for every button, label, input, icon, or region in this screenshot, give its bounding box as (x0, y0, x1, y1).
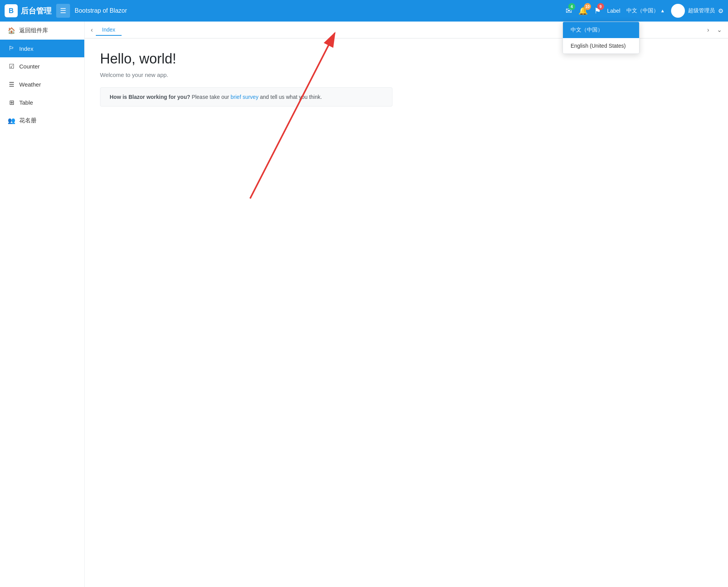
survey-text: Please take our (192, 94, 230, 100)
sidebar-item-weather[interactable]: ☰ Weather (0, 75, 84, 93)
language-selector[interactable]: 中文（中国） ▲ (626, 7, 665, 14)
table-icon: ⊞ (8, 99, 15, 106)
sidebar-label-roster: 花名册 (19, 117, 37, 124)
sidebar-label-home: 返回组件库 (19, 27, 48, 34)
layout: 🏠 返回组件库 🏳 Index ☑ Counter ☰ Weather ⊞ Ta… (0, 22, 728, 587)
brand: B 后台管理 (5, 4, 52, 17)
sidebar-label-weather: Weather (19, 81, 41, 88)
navbar-icons: ✉ 4 🔔 10 ⚑ 9 Label 中文（中国） ▲ 🏵 超级管理员 ⚙ (566, 4, 723, 18)
sidebar-item-table[interactable]: ⊞ Table (0, 93, 84, 112)
app-title: Bootstrap of Blazor (75, 7, 127, 14)
flag-icon-button[interactable]: ⚑ 9 (594, 6, 601, 15)
avatar: 🏵 (671, 4, 685, 18)
sidebar-label-index: Index (19, 45, 33, 52)
survey-link[interactable]: brief survey (230, 94, 258, 100)
flag-nav-icon: 🏳 (8, 45, 15, 52)
layers-icon: ☰ (8, 81, 15, 88)
content-body: Hello, world! Welcome to your new app. H… (85, 38, 728, 587)
brand-title: 后台管理 (21, 6, 52, 16)
sidebar-label-table: Table (19, 99, 33, 106)
survey-end: and tell us what you think. (260, 94, 322, 100)
language-label: 中文（中国） (626, 7, 659, 14)
sidebar-item-home[interactable]: 🏠 返回组件库 (0, 22, 84, 40)
people-icon: 👥 (8, 117, 15, 124)
bell-badge: 10 (584, 3, 591, 10)
settings-icon[interactable]: ⚙ (718, 7, 723, 15)
survey-bold: How is Blazor working for you? (110, 94, 190, 100)
tab-forward-button[interactable]: › (704, 25, 712, 35)
avatar-image: 🏵 (674, 7, 682, 15)
main-content: ‹ Index › ⌄ Hello, world! Welcome to you… (85, 22, 728, 587)
hamburger-icon: ☰ (60, 7, 66, 15)
mail-badge: 4 (568, 3, 575, 10)
sidebar-item-roster[interactable]: 👥 花名册 (0, 112, 84, 130)
sidebar-item-counter[interactable]: ☑ Counter (0, 57, 84, 75)
checkbox-icon: ☑ (8, 63, 15, 70)
tab-bar-right: › ⌄ (704, 25, 725, 35)
chevron-up-icon: ▲ (660, 8, 665, 13)
mail-icon-button[interactable]: ✉ 4 (566, 6, 572, 15)
navbar: B 后台管理 ☰ Bootstrap of Blazor ✉ 4 🔔 10 ⚑ … (0, 0, 728, 22)
flag-badge: 9 (597, 3, 604, 10)
language-dropdown: 中文（中国） English (United States) (563, 22, 640, 54)
lang-option-english[interactable]: English (United States) (563, 38, 639, 53)
user-menu[interactable]: 🏵 超级管理员 ⚙ (671, 4, 723, 18)
bell-icon-button[interactable]: 🔔 10 (578, 6, 588, 15)
sidebar-toggle-button[interactable]: ☰ (56, 4, 70, 18)
sidebar-item-index[interactable]: 🏳 Index (0, 40, 84, 57)
tab-back-button[interactable]: ‹ (88, 25, 96, 35)
tab-dropdown-button[interactable]: ⌄ (714, 25, 725, 35)
tab-index[interactable]: Index (96, 24, 121, 36)
label-button[interactable]: Label (607, 8, 620, 14)
user-name: 超级管理员 (688, 7, 715, 14)
sidebar: 🏠 返回组件库 🏳 Index ☑ Counter ☰ Weather ⊞ Ta… (0, 22, 85, 587)
brand-icon: B (5, 4, 18, 17)
lang-option-chinese[interactable]: 中文（中国） (563, 22, 639, 38)
sidebar-label-counter: Counter (19, 63, 40, 70)
tab-index-label: Index (102, 27, 115, 33)
content-subtitle: Welcome to your new app. (100, 72, 713, 78)
survey-box: How is Blazor working for you? Please ta… (100, 87, 392, 107)
home-icon: 🏠 (8, 27, 15, 34)
